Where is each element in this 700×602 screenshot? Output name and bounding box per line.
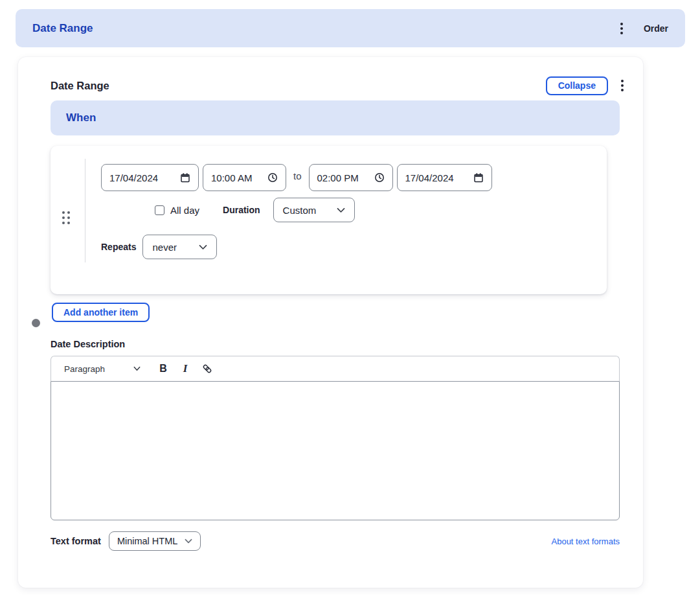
add-another-item-button[interactable]: Add another item	[52, 303, 150, 322]
chevron-down-icon	[199, 244, 207, 250]
about-text-formats-link[interactable]: About text formats	[552, 537, 620, 546]
description-editable-area[interactable]	[51, 381, 620, 520]
end-time-input[interactable]: 02:00 PM	[309, 164, 393, 191]
link-icon	[201, 363, 213, 375]
end-date-input[interactable]: 17/04/2024	[397, 164, 492, 191]
chevron-down-icon	[133, 366, 141, 371]
order-bar-title: Date Range	[32, 22, 93, 35]
text-format-row: Text format Minimal HTML About text form…	[51, 531, 620, 551]
start-time-input[interactable]: 10:00 AM	[203, 164, 286, 191]
collapse-button[interactable]: Collapse	[546, 76, 608, 95]
card-title: Date Range	[51, 80, 546, 92]
bold-button[interactable]: B	[155, 360, 172, 377]
link-button[interactable]	[199, 360, 216, 377]
start-date-input[interactable]: 17/04/2024	[101, 164, 199, 191]
card-header: Date Range Collapse	[51, 75, 627, 96]
duration-select[interactable]: Custom	[273, 198, 355, 222]
date-range-field-card: Date Range Collapse When 17/04/2024 10:0…	[18, 57, 643, 588]
text-format-label: Text format	[51, 536, 101, 546]
drag-handle-icon[interactable]	[62, 211, 70, 224]
all-day-label: All day	[170, 205, 199, 216]
repeats-row: Repeats never	[101, 235, 217, 259]
rich-text-editor: Paragraph B I	[51, 356, 620, 520]
date-time-row: 17/04/2024 10:00 AM to 02:00 PM 17/04/20…	[101, 164, 492, 191]
clock-icon[interactable]	[267, 172, 278, 183]
calendar-icon[interactable]	[473, 172, 484, 183]
start-date-value: 17/04/2024	[109, 172, 158, 183]
text-format-select[interactable]: Minimal HTML	[109, 531, 201, 551]
clock-icon[interactable]	[374, 172, 385, 183]
kebab-menu-icon[interactable]	[617, 77, 627, 94]
end-time-value: 02:00 PM	[317, 172, 359, 183]
options-row: All day Duration Custom	[155, 198, 355, 222]
paragraph-style-dropdown[interactable]: Paragraph	[59, 362, 146, 376]
duration-value: Custom	[283, 205, 317, 216]
to-label: to	[293, 170, 302, 181]
repeats-label: Repeats	[101, 242, 136, 252]
page: Date Range Order Date Range Collapse Whe…	[0, 0, 700, 602]
repeats-value: never	[152, 242, 177, 253]
paragraph-style-value: Paragraph	[64, 364, 105, 374]
repeats-select[interactable]: never	[142, 235, 217, 259]
vertical-divider	[85, 159, 85, 262]
kebab-menu-icon[interactable]	[616, 20, 627, 37]
order-column-label: Order	[644, 23, 668, 34]
all-day-checkbox[interactable]	[155, 205, 164, 215]
end-date-value: 17/04/2024	[405, 172, 454, 183]
order-bar-right: Order	[616, 20, 668, 37]
chevron-down-icon	[337, 207, 345, 213]
calendar-icon[interactable]	[180, 172, 190, 183]
when-section-header: When	[51, 100, 620, 135]
duration-label: Duration	[223, 205, 260, 215]
italic-button[interactable]: I	[177, 360, 194, 377]
start-time-value: 10:00 AM	[211, 172, 252, 183]
list-bullet-dot	[32, 319, 40, 327]
date-item-card: 17/04/2024 10:00 AM to 02:00 PM 17/04/20…	[51, 146, 607, 294]
date-description-label: Date Description	[51, 339, 125, 349]
chevron-down-icon	[185, 538, 192, 544]
when-section-label: When	[66, 111, 96, 124]
editor-toolbar: Paragraph B I	[51, 356, 620, 381]
text-format-value: Minimal HTML	[117, 536, 177, 546]
field-order-header-bar: Date Range Order	[16, 9, 685, 47]
